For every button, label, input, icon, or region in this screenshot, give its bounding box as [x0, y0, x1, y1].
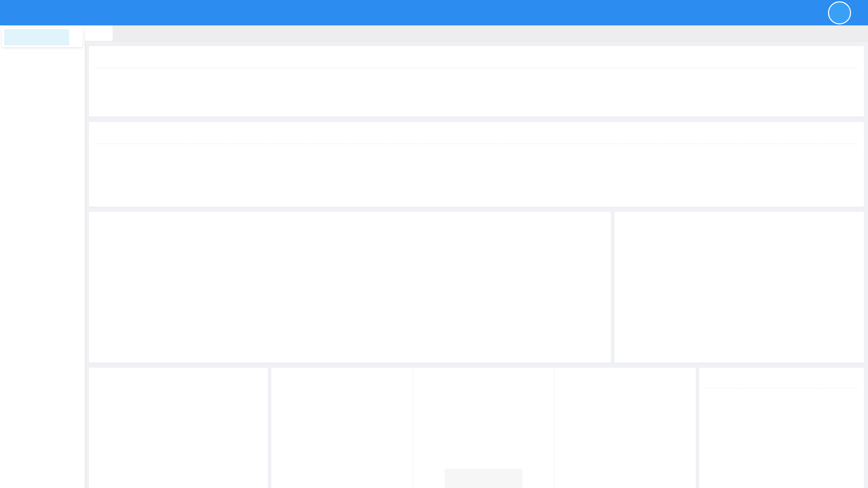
- user-avatar[interactable]: [828, 1, 851, 24]
- separator: [96, 68, 857, 68]
- changelog-card: [699, 368, 864, 488]
- report-shortcuts-card: [89, 368, 268, 488]
- bar-plot-area: [132, 237, 592, 347]
- select-input[interactable]: [4, 29, 69, 45]
- separator: [706, 388, 857, 388]
- qr-codes-card: [271, 368, 696, 488]
- top-navbar: [0, 0, 868, 25]
- pie-chart: [680, 250, 741, 330]
- sidebar-select[interactable]: [2, 27, 83, 47]
- discussion-group-section: [413, 368, 554, 488]
- bar-chart-card: [89, 212, 611, 363]
- group-qr-code: [456, 404, 511, 459]
- group-info-box: [445, 469, 522, 488]
- process-info-card: [89, 122, 864, 207]
- sidebar: [0, 25, 85, 488]
- pie-chart-card: [614, 212, 864, 363]
- contact-author-section: [271, 368, 413, 488]
- imes-dashboard-page: [0, 0, 868, 488]
- navbar-right: [755, 1, 856, 24]
- contact-qr-code: [313, 408, 371, 465]
- tab-home[interactable]: [85, 25, 113, 41]
- separator: [96, 144, 857, 144]
- miniprogram-qr-code: [590, 413, 661, 485]
- quantity-stats-card: [89, 46, 864, 117]
- bar-chart-legend-item[interactable]: [330, 218, 344, 225]
- tab-strip: [85, 25, 868, 41]
- miniprogram-section: [554, 368, 696, 488]
- legend-swatch: [330, 218, 341, 225]
